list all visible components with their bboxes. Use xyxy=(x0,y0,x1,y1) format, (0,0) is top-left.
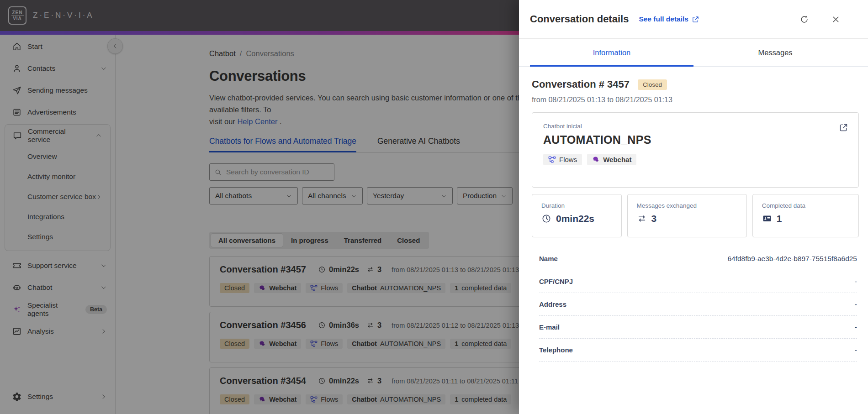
panel-tabs: Information Messages xyxy=(519,39,868,67)
close-button[interactable] xyxy=(831,15,841,24)
stat-value: 1 xyxy=(777,213,782,224)
refresh-icon xyxy=(799,15,809,24)
exchange-arrows-icon xyxy=(637,214,647,224)
external-link-icon xyxy=(692,16,699,23)
field-label: Telephone xyxy=(539,346,573,354)
stat-label: Duration xyxy=(541,202,612,209)
customer-fields: Name 64fd8fb9-ae3b-4d2e-b897-75515f8a6d2… xyxy=(532,247,859,362)
stat-messages-exchanged: Messages exchanged 3 xyxy=(627,194,747,237)
field-label: E-mail xyxy=(539,323,560,331)
open-chatbot-external-link[interactable] xyxy=(839,123,848,132)
external-link-icon xyxy=(839,123,848,132)
field-label: Name xyxy=(539,255,558,262)
flows-tag: Flows xyxy=(543,154,582,165)
flows-icon xyxy=(548,156,556,163)
field-value: - xyxy=(855,278,857,286)
field-label: Address xyxy=(539,300,566,308)
field-row-telephone: Telephone - xyxy=(539,339,857,362)
webchat-icon xyxy=(592,156,600,163)
refresh-button[interactable] xyxy=(799,15,809,24)
stat-label: Messages exchanged xyxy=(637,202,737,209)
panel-header: Conversation details See full details xyxy=(519,0,868,39)
field-label: CPF/CNPJ xyxy=(539,278,573,285)
chatbot-initial-card: Chatbot inicial AUTOMATION_NPS Flows Web… xyxy=(532,112,859,188)
id-card-icon xyxy=(762,214,772,224)
tab-messages[interactable]: Messages xyxy=(693,39,857,66)
conversation-title: Conversation # 3457 xyxy=(532,79,630,90)
stat-completed-data: Completed data 1 xyxy=(752,194,859,237)
conversation-details-panel: Conversation details See full details In… xyxy=(519,0,868,414)
close-icon xyxy=(831,15,841,24)
field-row-address: Address - xyxy=(539,293,857,316)
field-row-name: Name 64fd8fb9-ae3b-4d2e-b897-75515f8a6d2… xyxy=(539,247,857,270)
conversation-period: from 08/21/2025 01:13 to 08/21/2025 01:1… xyxy=(532,96,859,104)
field-row-cpf-cnpj: CPF/CNPJ - xyxy=(539,270,857,293)
field-value: - xyxy=(855,323,857,331)
flows-label: Flows xyxy=(559,156,577,163)
see-full-details-link[interactable]: See full details xyxy=(639,15,699,23)
stat-value: 0min22s xyxy=(556,213,594,224)
webchat-tag: Webchat xyxy=(587,154,636,165)
panel-title: Conversation details xyxy=(530,13,629,25)
see-full-details-label: See full details xyxy=(639,15,688,23)
clock-icon xyxy=(541,214,551,224)
field-row-email: E-mail - xyxy=(539,316,857,339)
stats-row: Duration 0min22s Messages exchanged 3 Co… xyxy=(532,194,859,237)
closed-status-badge: Closed xyxy=(638,79,667,90)
panel-body: Conversation # 3457 Closed from 08/21/20… xyxy=(519,67,868,414)
webchat-label: Webchat xyxy=(603,156,631,163)
chatbot-name: AUTOMATION_NPS xyxy=(543,133,847,147)
field-value: - xyxy=(855,300,857,309)
field-value: - xyxy=(855,346,857,354)
chatbot-card-label: Chatbot inicial xyxy=(543,123,847,130)
tab-information[interactable]: Information xyxy=(530,39,693,66)
field-value: 64fd8fb9-ae3b-4d2e-b897-75515f8a6d25 xyxy=(727,255,857,263)
stat-duration: Duration 0min22s xyxy=(532,194,622,237)
stat-label: Completed data xyxy=(762,202,849,209)
stat-value: 3 xyxy=(651,213,657,224)
